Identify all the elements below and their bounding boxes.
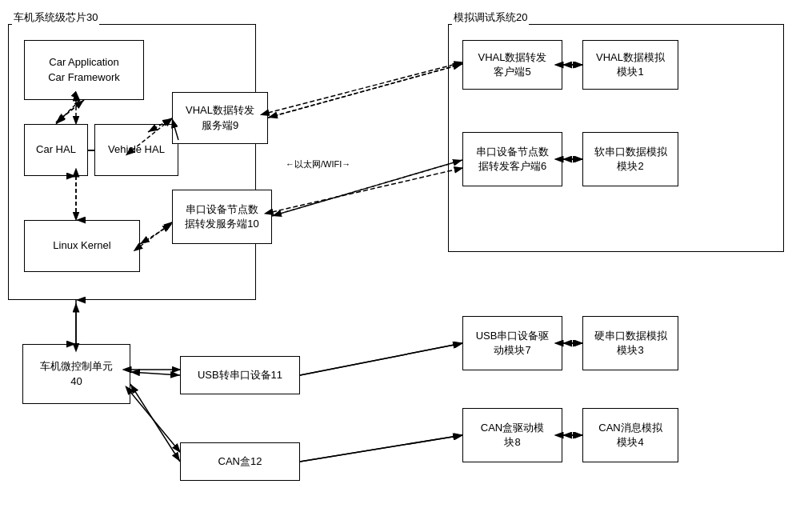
svg-line-19	[130, 372, 180, 375]
vhal-client-box: VHAL数据转发客户端5	[462, 40, 562, 90]
vehicle-hal-box: Vehicle HAL	[94, 124, 178, 176]
vhal-sim-box: VHAL数据模拟模块1	[582, 40, 678, 90]
car-hal-label: Car HAL	[36, 142, 76, 157]
svg-line-38	[130, 392, 180, 452]
mcu-label: 车机微控制单元40	[40, 359, 113, 388]
serial-client-label: 串口设备节点数据转发客户端6	[476, 145, 549, 174]
linux-kernel-label: Linux Kernel	[53, 238, 110, 253]
svg-line-40	[300, 435, 462, 462]
svg-line-21	[300, 343, 462, 375]
svg-line-22	[300, 435, 462, 462]
car-app-box: Car Application Car Framework	[24, 40, 144, 100]
usb-driver-label: USB串口设备驱动模块7	[476, 329, 550, 358]
usb-driver-box: USB串口设备驱动模块7	[462, 316, 562, 370]
can-box-label: CAN盒12	[218, 454, 262, 469]
soft-serial-sim-label: 软串口数据模拟模块2	[594, 145, 667, 174]
car-hal-box: Car HAL	[24, 124, 88, 176]
hard-serial-sim-label: 硬串口数据模拟模块3	[594, 329, 667, 358]
sim-boundary-label: 模拟调试系统20	[452, 10, 529, 25]
can-driver-box: CAN盒驱动模块8	[462, 408, 562, 462]
hard-serial-sim-box: 硬串口数据模拟模块3	[582, 316, 678, 370]
svg-line-39	[300, 343, 462, 375]
svg-line-12	[268, 64, 462, 118]
can-driver-label: CAN盒驱动模块8	[481, 421, 544, 450]
svg-line-13	[268, 64, 462, 118]
serial-server-box: 串口设备节点数据转发服务端10	[172, 190, 272, 244]
ethernet-label: ←以太网/WIFI→	[284, 158, 352, 170]
svg-line-20	[130, 384, 180, 462]
serial-client-box: 串口设备节点数据转发客户端6	[462, 132, 562, 186]
svg-line-32	[268, 62, 462, 113]
usb-device-box: USB转串口设备11	[180, 356, 300, 394]
car-app-label: Car Application Car Framework	[48, 55, 120, 84]
diagram-container: 车机系统级芯片30 模拟调试系统20 Car Application Car F…	[0, 0, 800, 532]
soft-serial-sim-box: 软串口数据模拟模块2	[582, 132, 678, 186]
svg-line-33	[272, 168, 462, 212]
mcu-box: 车机微控制单元40	[22, 344, 130, 404]
vhal-server-box: VHAL数据转发服务端9	[172, 92, 268, 144]
can-sim-box: CAN消息模拟模块4	[582, 408, 678, 462]
linux-kernel-box: Linux Kernel	[24, 220, 140, 272]
usb-device-label: USB转串口设备11	[198, 368, 282, 382]
serial-server-label: 串口设备节点数据转发服务端10	[185, 202, 258, 231]
vehicle-hal-label: Vehicle HAL	[108, 142, 165, 157]
can-box-box: CAN盒12	[180, 442, 300, 481]
vhal-sim-label: VHAL数据模拟模块1	[596, 50, 665, 79]
can-sim-label: CAN消息模拟模块4	[598, 421, 662, 450]
chip-boundary-label: 车机系统级芯片30	[12, 10, 99, 25]
vhal-client-label: VHAL数据转发客户端5	[478, 50, 547, 79]
vhal-server-label: VHAL数据转发服务端9	[186, 103, 254, 132]
